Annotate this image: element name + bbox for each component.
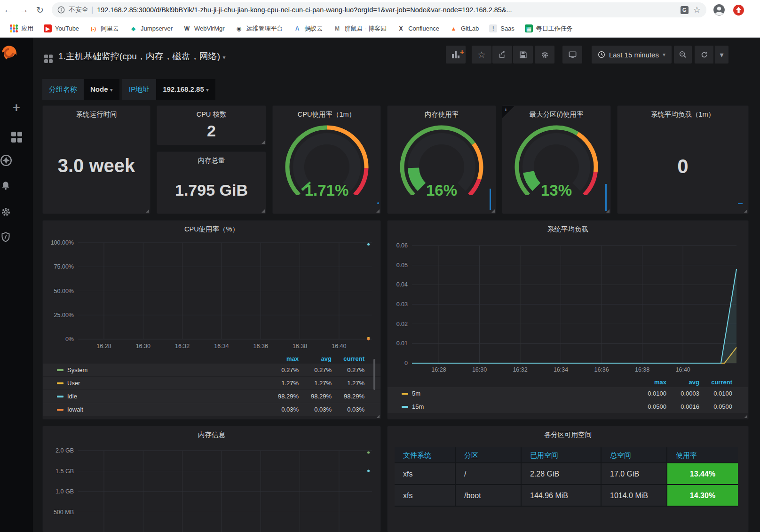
- legend-column-avg[interactable]: avg: [666, 379, 699, 386]
- panel-resize-handle[interactable]: [146, 209, 149, 213]
- gauge-value: 16%: [388, 182, 496, 199]
- dashboards-icon[interactable]: [0, 130, 33, 143]
- bookmark-item[interactable]: ▲GitLab: [444, 23, 484, 35]
- url-bar[interactable]: 不安全 | 192.168.2.85:3000/d/Bkl9bBYik/1-zh…: [52, 2, 706, 17]
- panel-title[interactable]: CPU使用率（1m）: [273, 110, 380, 119]
- variable-group-ip[interactable]: IP地址 192.168.2.85 ▾: [122, 79, 215, 100]
- grafana-logo[interactable]: [0, 44, 33, 62]
- bookmark-item[interactable]: !Saas: [484, 23, 520, 35]
- legend-column-avg[interactable]: avg: [299, 355, 332, 362]
- bookmark-item[interactable]: XConfluence: [392, 23, 444, 35]
- variable-label: IP地址: [122, 79, 156, 100]
- configuration-gear-icon[interactable]: [0, 206, 33, 218]
- column-header[interactable]: 分区: [456, 447, 522, 463]
- legend-value: 0.27%: [266, 366, 299, 373]
- dashboard-settings-button[interactable]: [535, 46, 554, 64]
- save-dashboard-button[interactable]: [513, 46, 533, 64]
- column-header[interactable]: 已用空间: [522, 447, 602, 463]
- bookmark-item[interactable]: ▶YouTube: [39, 23, 84, 35]
- variable-group-name[interactable]: 分组名称 Node ▾: [42, 79, 119, 100]
- svg-text:16:32: 16:32: [175, 343, 190, 349]
- zoom-out-button[interactable]: [674, 46, 692, 64]
- bookmark-item[interactable]: A蚂蚁云: [288, 23, 328, 35]
- star-dashboard-button[interactable]: ☆: [472, 46, 491, 64]
- bookmark-item[interactable]: ◆Jumpserver: [124, 23, 178, 35]
- refresh-interval-caret[interactable]: ▾: [714, 46, 728, 64]
- legend-column-max[interactable]: max: [266, 355, 299, 362]
- legend-value: 0.27%: [332, 366, 364, 373]
- dashboard-title[interactable]: 1.主机基础监控(cpu，内存，磁盘，网络) ▾: [58, 50, 225, 63]
- legend-value: 1.27%: [299, 380, 332, 387]
- panel-resize-handle[interactable]: [744, 415, 747, 418]
- panel-resize-handle[interactable]: [744, 209, 747, 213]
- translate-icon[interactable]: G: [681, 6, 689, 14]
- legend-column-max[interactable]: max: [633, 379, 666, 386]
- legend-series-name[interactable]: System: [67, 366, 266, 373]
- server-admin-shield-icon[interactable]: [0, 231, 33, 243]
- bookmark-item[interactable]: ◉运维管理平台: [230, 23, 288, 35]
- column-header[interactable]: 总空间: [602, 447, 667, 463]
- bookmark-item[interactable]: (-)阿里云: [84, 23, 124, 35]
- legend-series-name[interactable]: User: [67, 380, 266, 387]
- bookmark-label: 阿里云: [101, 24, 119, 33]
- panel-resize-handle[interactable]: [491, 209, 495, 213]
- bookmark-item[interactable]: ▦每日工作任务: [520, 23, 578, 35]
- svg-text:25.00%: 25.00%: [54, 312, 74, 318]
- panel-resize-handle[interactable]: [606, 209, 610, 213]
- share-dashboard-button[interactable]: [492, 46, 512, 64]
- sparkline-mark: [738, 203, 743, 204]
- panel-resize-handle[interactable]: [261, 209, 265, 213]
- svg-text:0: 0: [404, 360, 408, 366]
- extension-badge-icon[interactable]: [733, 4, 744, 16]
- alerting-bell-icon[interactable]: [0, 180, 33, 191]
- variable-value-dropdown[interactable]: Node ▾: [84, 79, 119, 100]
- time-range-picker[interactable]: Last 15 minutes ▾: [592, 46, 672, 64]
- panel-memory-chart: 内存信息 2.0 GB1.5 GB1.0 GB500 MB: [42, 426, 381, 532]
- add-panel-button[interactable]: +: [446, 46, 466, 64]
- reload-icon[interactable]: ↻: [32, 5, 48, 16]
- legend-scrollbar[interactable]: [373, 359, 375, 390]
- legend-series-name[interactable]: Idle: [67, 393, 266, 400]
- time-range-label: Last 15 minutes: [609, 51, 659, 59]
- profile-avatar-icon[interactable]: [713, 4, 725, 16]
- bookmark-item[interactable]: 应用: [5, 23, 39, 35]
- panel-title[interactable]: 系统运行时间: [43, 110, 150, 119]
- chrome-right-controls: [713, 4, 744, 16]
- legend-column-current[interactable]: current: [332, 355, 364, 362]
- series-color-chip: [57, 409, 63, 411]
- legend-series-name[interactable]: Iowait: [67, 406, 266, 413]
- create-plus-icon[interactable]: +: [0, 101, 33, 115]
- panel-title[interactable]: 最大分区(/)使用率: [502, 110, 610, 119]
- tv-mode-button[interactable]: [562, 46, 582, 64]
- panel-resize-handle[interactable]: [376, 415, 380, 418]
- refresh-button[interactable]: [695, 46, 713, 64]
- panel-title[interactable]: 系统平均负载（1m）: [618, 110, 748, 119]
- bookmark-star-icon[interactable]: ☆: [693, 5, 701, 15]
- panel-disk-gauge: i 最大分区(/)使用率 13%: [502, 105, 611, 214]
- bookmark-item[interactable]: WWebVirMgr: [178, 23, 230, 35]
- panel-resize-handle[interactable]: [376, 209, 380, 213]
- forward-icon[interactable]: →: [16, 5, 32, 15]
- svg-text:16:36: 16:36: [253, 343, 268, 349]
- disk-partition-table: 文件系统分区已用空间总空间使用率xfs/2.28 GiB17.0 GiB13.4…: [395, 447, 738, 507]
- panel-title[interactable]: 各分区可用空间: [388, 430, 748, 439]
- legend-column-current[interactable]: current: [699, 379, 732, 386]
- table-cell: /: [456, 463, 522, 485]
- variable-value-dropdown[interactable]: 192.168.2.85 ▾: [156, 79, 215, 100]
- site-info-icon[interactable]: [57, 6, 65, 14]
- column-header[interactable]: 使用率: [667, 447, 738, 463]
- explore-compass-icon[interactable]: [0, 154, 33, 167]
- back-icon[interactable]: ←: [0, 5, 16, 15]
- panel-title[interactable]: 内存总量: [157, 156, 266, 165]
- series-color-chip: [402, 393, 408, 395]
- panel-disk-table: 各分区可用空间 文件系统分区已用空间总空间使用率xfs/2.28 GiB17.0…: [387, 426, 749, 532]
- panel-title[interactable]: CPU 核数: [157, 110, 266, 119]
- bookmark-item[interactable]: M胖鼠君 - 博客园: [328, 23, 392, 35]
- panel-resize-handle[interactable]: [261, 141, 265, 144]
- legend-series-name[interactable]: 5m: [412, 390, 633, 397]
- url-divider: |: [91, 6, 93, 14]
- column-header[interactable]: 文件系统: [395, 447, 456, 463]
- legend-series-name[interactable]: 15m: [412, 403, 633, 410]
- panel-title[interactable]: 内存使用率: [388, 110, 496, 119]
- bookmark-label: Saas: [500, 25, 515, 32]
